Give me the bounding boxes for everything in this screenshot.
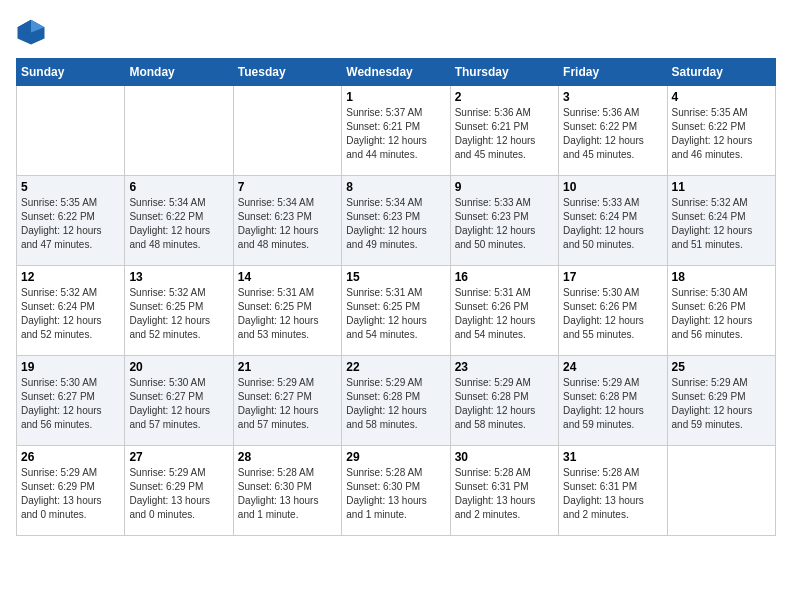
calendar-cell: 24Sunrise: 5:29 AMSunset: 6:28 PMDayligh… — [559, 356, 667, 446]
day-info: Sunrise: 5:31 AMSunset: 6:25 PMDaylight:… — [238, 286, 337, 342]
day-info: Sunrise: 5:28 AMSunset: 6:30 PMDaylight:… — [346, 466, 445, 522]
calendar-cell: 3Sunrise: 5:36 AMSunset: 6:22 PMDaylight… — [559, 86, 667, 176]
day-number: 17 — [563, 270, 662, 284]
day-number: 21 — [238, 360, 337, 374]
day-info: Sunrise: 5:33 AMSunset: 6:23 PMDaylight:… — [455, 196, 554, 252]
calendar-cell: 10Sunrise: 5:33 AMSunset: 6:24 PMDayligh… — [559, 176, 667, 266]
day-number: 23 — [455, 360, 554, 374]
calendar-cell: 20Sunrise: 5:30 AMSunset: 6:27 PMDayligh… — [125, 356, 233, 446]
day-info: Sunrise: 5:32 AMSunset: 6:24 PMDaylight:… — [21, 286, 120, 342]
weekday-header-friday: Friday — [559, 59, 667, 86]
day-info: Sunrise: 5:34 AMSunset: 6:22 PMDaylight:… — [129, 196, 228, 252]
calendar-week-row: 1Sunrise: 5:37 AMSunset: 6:21 PMDaylight… — [17, 86, 776, 176]
calendar-cell: 6Sunrise: 5:34 AMSunset: 6:22 PMDaylight… — [125, 176, 233, 266]
calendar-cell: 7Sunrise: 5:34 AMSunset: 6:23 PMDaylight… — [233, 176, 341, 266]
day-number: 15 — [346, 270, 445, 284]
calendar-cell: 22Sunrise: 5:29 AMSunset: 6:28 PMDayligh… — [342, 356, 450, 446]
day-number: 28 — [238, 450, 337, 464]
day-number: 31 — [563, 450, 662, 464]
calendar-cell: 9Sunrise: 5:33 AMSunset: 6:23 PMDaylight… — [450, 176, 558, 266]
day-info: Sunrise: 5:29 AMSunset: 6:28 PMDaylight:… — [346, 376, 445, 432]
calendar-cell — [17, 86, 125, 176]
day-info: Sunrise: 5:31 AMSunset: 6:25 PMDaylight:… — [346, 286, 445, 342]
day-number: 13 — [129, 270, 228, 284]
day-number: 24 — [563, 360, 662, 374]
day-number: 10 — [563, 180, 662, 194]
calendar-week-row: 26Sunrise: 5:29 AMSunset: 6:29 PMDayligh… — [17, 446, 776, 536]
day-info: Sunrise: 5:35 AMSunset: 6:22 PMDaylight:… — [672, 106, 771, 162]
day-info: Sunrise: 5:28 AMSunset: 6:30 PMDaylight:… — [238, 466, 337, 522]
day-number: 12 — [21, 270, 120, 284]
day-info: Sunrise: 5:32 AMSunset: 6:24 PMDaylight:… — [672, 196, 771, 252]
weekday-header-row: SundayMondayTuesdayWednesdayThursdayFrid… — [17, 59, 776, 86]
calendar-cell — [667, 446, 775, 536]
calendar-table: SundayMondayTuesdayWednesdayThursdayFrid… — [16, 58, 776, 536]
day-info: Sunrise: 5:30 AMSunset: 6:27 PMDaylight:… — [21, 376, 120, 432]
page-header — [16, 16, 776, 46]
calendar-cell — [233, 86, 341, 176]
day-number: 1 — [346, 90, 445, 104]
day-info: Sunrise: 5:33 AMSunset: 6:24 PMDaylight:… — [563, 196, 662, 252]
calendar-cell: 12Sunrise: 5:32 AMSunset: 6:24 PMDayligh… — [17, 266, 125, 356]
day-info: Sunrise: 5:29 AMSunset: 6:29 PMDaylight:… — [129, 466, 228, 522]
day-number: 7 — [238, 180, 337, 194]
weekday-header-saturday: Saturday — [667, 59, 775, 86]
day-info: Sunrise: 5:29 AMSunset: 6:28 PMDaylight:… — [563, 376, 662, 432]
calendar-cell: 29Sunrise: 5:28 AMSunset: 6:30 PMDayligh… — [342, 446, 450, 536]
calendar-cell: 23Sunrise: 5:29 AMSunset: 6:28 PMDayligh… — [450, 356, 558, 446]
day-number: 8 — [346, 180, 445, 194]
day-info: Sunrise: 5:34 AMSunset: 6:23 PMDaylight:… — [238, 196, 337, 252]
calendar-cell — [125, 86, 233, 176]
day-number: 19 — [21, 360, 120, 374]
day-info: Sunrise: 5:30 AMSunset: 6:27 PMDaylight:… — [129, 376, 228, 432]
calendar-cell: 17Sunrise: 5:30 AMSunset: 6:26 PMDayligh… — [559, 266, 667, 356]
day-number: 25 — [672, 360, 771, 374]
day-info: Sunrise: 5:30 AMSunset: 6:26 PMDaylight:… — [563, 286, 662, 342]
day-number: 14 — [238, 270, 337, 284]
day-number: 4 — [672, 90, 771, 104]
calendar-cell: 31Sunrise: 5:28 AMSunset: 6:31 PMDayligh… — [559, 446, 667, 536]
calendar-week-row: 5Sunrise: 5:35 AMSunset: 6:22 PMDaylight… — [17, 176, 776, 266]
day-number: 9 — [455, 180, 554, 194]
calendar-cell: 26Sunrise: 5:29 AMSunset: 6:29 PMDayligh… — [17, 446, 125, 536]
calendar-cell: 19Sunrise: 5:30 AMSunset: 6:27 PMDayligh… — [17, 356, 125, 446]
calendar-cell: 30Sunrise: 5:28 AMSunset: 6:31 PMDayligh… — [450, 446, 558, 536]
day-number: 16 — [455, 270, 554, 284]
day-info: Sunrise: 5:36 AMSunset: 6:21 PMDaylight:… — [455, 106, 554, 162]
day-info: Sunrise: 5:28 AMSunset: 6:31 PMDaylight:… — [563, 466, 662, 522]
calendar-cell: 27Sunrise: 5:29 AMSunset: 6:29 PMDayligh… — [125, 446, 233, 536]
day-info: Sunrise: 5:29 AMSunset: 6:29 PMDaylight:… — [21, 466, 120, 522]
calendar-cell: 1Sunrise: 5:37 AMSunset: 6:21 PMDaylight… — [342, 86, 450, 176]
calendar-week-row: 12Sunrise: 5:32 AMSunset: 6:24 PMDayligh… — [17, 266, 776, 356]
day-number: 18 — [672, 270, 771, 284]
calendar-cell: 28Sunrise: 5:28 AMSunset: 6:30 PMDayligh… — [233, 446, 341, 536]
weekday-header-thursday: Thursday — [450, 59, 558, 86]
day-info: Sunrise: 5:28 AMSunset: 6:31 PMDaylight:… — [455, 466, 554, 522]
calendar-cell: 13Sunrise: 5:32 AMSunset: 6:25 PMDayligh… — [125, 266, 233, 356]
day-number: 30 — [455, 450, 554, 464]
day-number: 5 — [21, 180, 120, 194]
logo — [16, 16, 50, 46]
calendar-cell: 21Sunrise: 5:29 AMSunset: 6:27 PMDayligh… — [233, 356, 341, 446]
calendar-cell: 2Sunrise: 5:36 AMSunset: 6:21 PMDaylight… — [450, 86, 558, 176]
day-info: Sunrise: 5:37 AMSunset: 6:21 PMDaylight:… — [346, 106, 445, 162]
day-number: 6 — [129, 180, 228, 194]
calendar-week-row: 19Sunrise: 5:30 AMSunset: 6:27 PMDayligh… — [17, 356, 776, 446]
day-info: Sunrise: 5:30 AMSunset: 6:26 PMDaylight:… — [672, 286, 771, 342]
calendar-cell: 15Sunrise: 5:31 AMSunset: 6:25 PMDayligh… — [342, 266, 450, 356]
day-info: Sunrise: 5:35 AMSunset: 6:22 PMDaylight:… — [21, 196, 120, 252]
day-number: 26 — [21, 450, 120, 464]
calendar-cell: 25Sunrise: 5:29 AMSunset: 6:29 PMDayligh… — [667, 356, 775, 446]
calendar-cell: 8Sunrise: 5:34 AMSunset: 6:23 PMDaylight… — [342, 176, 450, 266]
calendar-cell: 14Sunrise: 5:31 AMSunset: 6:25 PMDayligh… — [233, 266, 341, 356]
day-info: Sunrise: 5:36 AMSunset: 6:22 PMDaylight:… — [563, 106, 662, 162]
day-number: 27 — [129, 450, 228, 464]
day-info: Sunrise: 5:32 AMSunset: 6:25 PMDaylight:… — [129, 286, 228, 342]
day-number: 11 — [672, 180, 771, 194]
day-info: Sunrise: 5:29 AMSunset: 6:28 PMDaylight:… — [455, 376, 554, 432]
day-info: Sunrise: 5:34 AMSunset: 6:23 PMDaylight:… — [346, 196, 445, 252]
weekday-header-tuesday: Tuesday — [233, 59, 341, 86]
calendar-cell: 11Sunrise: 5:32 AMSunset: 6:24 PMDayligh… — [667, 176, 775, 266]
day-number: 3 — [563, 90, 662, 104]
calendar-cell: 18Sunrise: 5:30 AMSunset: 6:26 PMDayligh… — [667, 266, 775, 356]
